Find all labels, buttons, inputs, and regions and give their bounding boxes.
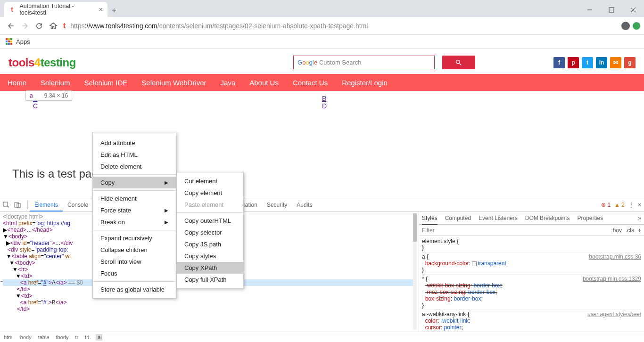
- devtools-close-icon[interactable]: ×: [638, 202, 641, 208]
- ctx-store-global[interactable]: Store as global variable: [93, 284, 176, 295]
- warning-badge[interactable]: ▲ 2: [614, 202, 625, 208]
- filter-input[interactable]: Filter: [422, 227, 435, 234]
- nav-register[interactable]: Register/Login: [342, 79, 388, 87]
- ctx-break-on[interactable]: Break on▶: [93, 216, 176, 228]
- crumb-tbody[interactable]: tbody: [56, 334, 69, 340]
- ctx-add-attribute[interactable]: Add attribute: [93, 137, 176, 149]
- page-content: A C B D: [0, 91, 644, 114]
- bookmarks-bar: Apps: [0, 35, 644, 49]
- social-icons: f p t in ✉ g: [553, 57, 636, 68]
- close-button[interactable]: [622, 3, 644, 17]
- ctx-scroll[interactable]: Scroll into view: [93, 256, 176, 268]
- facebook-icon[interactable]: f: [553, 57, 565, 68]
- search-button[interactable]: [442, 56, 475, 69]
- ctx-focus[interactable]: Focus: [93, 268, 176, 279]
- breadcrumb: html body table tbody tr td a: [0, 332, 644, 342]
- home-button[interactable]: [46, 19, 60, 33]
- tab-audits[interactable]: Audits: [292, 198, 317, 212]
- ctx-copy-xpath[interactable]: Copy XPath: [177, 262, 243, 274]
- crumb-table[interactable]: table: [38, 334, 50, 340]
- crumb-body[interactable]: body: [20, 334, 32, 340]
- main-navbar: Home Selenium Selenium IDE Selenium WebD…: [0, 74, 644, 91]
- crumb-tr[interactable]: tr: [75, 334, 78, 340]
- forward-button[interactable]: [18, 19, 32, 33]
- ctx-expand[interactable]: Expand recursively: [93, 232, 176, 244]
- more-icon[interactable]: »: [638, 215, 641, 221]
- ctx-delete[interactable]: Delete element: [93, 161, 176, 172]
- mail-icon[interactable]: ✉: [610, 57, 621, 68]
- css-rules[interactable]: element.style { } bootstrap.min.css:36a …: [419, 236, 644, 332]
- new-tab-button[interactable]: +: [107, 4, 121, 17]
- nav-contact[interactable]: Contact Us: [293, 79, 328, 87]
- back-button[interactable]: [4, 19, 18, 33]
- tab-elements[interactable]: Elements: [30, 198, 63, 212]
- context-menu-main: Add attribute Edit as HTML Delete elemen…: [92, 132, 176, 299]
- nav-java[interactable]: Java: [221, 79, 236, 87]
- tab-console[interactable]: Console: [63, 198, 93, 212]
- browser-toolbar: t https://www.tools4testing.com/contents…: [0, 17, 644, 35]
- svg-rect-1: [609, 8, 614, 12]
- browser-titlebar: t Automation Tutorial - tools4testi × +: [0, 0, 644, 17]
- ctx-copy-jspath[interactable]: Copy JS path: [177, 238, 243, 250]
- tab-close-icon[interactable]: ×: [99, 6, 103, 13]
- chevron-right-icon: ▶: [165, 208, 168, 213]
- inspect-icon[interactable]: [3, 202, 14, 208]
- cls-toggle[interactable]: .cls: [626, 227, 634, 234]
- ctx-copy-full-xpath[interactable]: Copy full XPath: [177, 274, 243, 285]
- maximize-button[interactable]: [601, 3, 622, 17]
- ctx-collapse[interactable]: Collapse children: [93, 244, 176, 256]
- ctx-edit-html[interactable]: Edit as HTML: [93, 149, 176, 161]
- gplus-icon[interactable]: g: [624, 57, 636, 68]
- link-d[interactable]: D: [322, 102, 327, 110]
- ctx-copy-outerhtml[interactable]: Copy outerHTML: [177, 215, 243, 227]
- minimize-button[interactable]: [579, 3, 601, 17]
- ctx-paste-element: Paste element: [177, 199, 243, 211]
- devtools-menu-icon[interactable]: ⋮: [628, 202, 634, 208]
- apps-label[interactable]: Apps: [16, 38, 30, 45]
- crumb-html[interactable]: html: [4, 334, 14, 340]
- inspect-tooltip: a 9.34 × 16: [25, 90, 72, 101]
- sp-tab-properties[interactable]: Properties: [577, 215, 603, 221]
- tab-security[interactable]: Security: [262, 198, 292, 212]
- link-b[interactable]: B: [322, 95, 326, 102]
- apps-icon[interactable]: [6, 38, 13, 46]
- add-rule-icon[interactable]: +: [638, 227, 641, 234]
- custom-search-input[interactable]: Google Custom Search: [293, 56, 435, 69]
- ctx-cut-element[interactable]: Cut element: [177, 175, 243, 187]
- ctx-force-state[interactable]: Force state▶: [93, 204, 176, 216]
- address-bar[interactable]: t https://www.tools4testing.com/contents…: [63, 19, 616, 33]
- nav-about[interactable]: About Us: [249, 79, 279, 87]
- nav-selenium[interactable]: Selenium: [41, 79, 70, 87]
- sp-tab-listeners[interactable]: Event Listeners: [479, 215, 518, 221]
- profile-avatar-icon[interactable]: [621, 22, 630, 30]
- ctx-copy-selector[interactable]: Copy selector: [177, 227, 243, 238]
- chevron-right-icon: ▶: [165, 180, 168, 185]
- reload-button[interactable]: [32, 19, 46, 33]
- error-badge[interactable]: ⊗ 1: [601, 202, 611, 208]
- pinterest-icon[interactable]: p: [568, 57, 579, 68]
- browser-tab[interactable]: t Automation Tutorial - tools4testi ×: [4, 2, 107, 17]
- styles-filter-bar: Filter :hov .cls +: [419, 225, 644, 236]
- nav-home[interactable]: Home: [8, 79, 26, 87]
- sp-tab-styles[interactable]: Styles: [422, 212, 438, 225]
- ctx-copy-element[interactable]: Copy element: [177, 187, 243, 199]
- scrollbar-thumb[interactable]: [413, 213, 417, 242]
- nav-webdriver[interactable]: Selenium WebDriver: [141, 79, 206, 87]
- hov-toggle[interactable]: :hov: [611, 227, 622, 234]
- extension-icon[interactable]: [633, 22, 640, 30]
- ctx-hide[interactable]: Hide element: [93, 193, 176, 204]
- site-logo[interactable]: tools4testing: [8, 56, 76, 69]
- twitter-icon[interactable]: t: [582, 57, 593, 68]
- styles-panel: Styles Computed Event Listeners DOM Brea…: [419, 212, 644, 332]
- linkedin-icon[interactable]: in: [596, 57, 607, 68]
- sp-tab-breakpoints[interactable]: DOM Breakpoints: [525, 215, 570, 221]
- ctx-copy-styles[interactable]: Copy styles: [177, 250, 243, 262]
- nav-ide[interactable]: Selenium IDE: [84, 79, 128, 87]
- device-icon[interactable]: [14, 202, 25, 208]
- link-c[interactable]: C: [33, 102, 38, 110]
- crumb-a[interactable]: a: [96, 334, 102, 341]
- crumb-td[interactable]: td: [85, 334, 89, 340]
- google-logo-icon: Google: [297, 59, 317, 66]
- sp-tab-computed[interactable]: Computed: [445, 215, 471, 221]
- ctx-copy[interactable]: Copy▶: [93, 177, 176, 188]
